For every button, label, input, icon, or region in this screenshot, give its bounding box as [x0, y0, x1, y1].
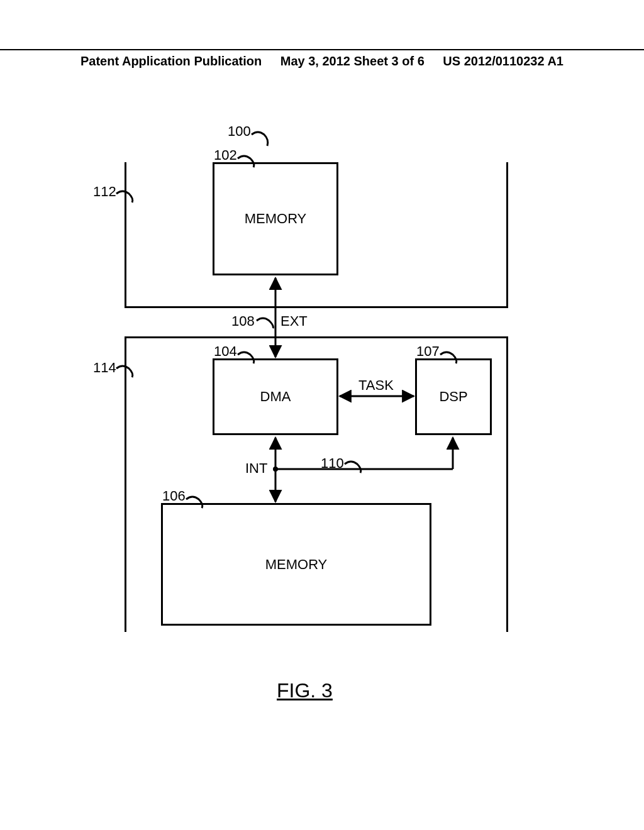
- block-memory-top: MEMORY: [213, 162, 338, 275]
- page-header: Patent Application Publication May 3, 20…: [0, 49, 644, 69]
- figure-caption: FIG. 3: [277, 679, 333, 702]
- ref-107: 107: [416, 343, 440, 360]
- edge-int: INT: [245, 460, 267, 477]
- ref-100: 100: [228, 123, 251, 140]
- ref-104: 104: [214, 343, 237, 360]
- block-memory-bot: MEMORY: [161, 503, 431, 626]
- header-right: US 2012/0110232 A1: [443, 54, 564, 69]
- ref-114: 114: [93, 360, 116, 376]
- ref-112: 112: [93, 184, 116, 200]
- ref-110: 110: [321, 455, 344, 472]
- block-dsp: DSP: [415, 358, 492, 435]
- header-center: May 3, 2012 Sheet 3 of 6: [280, 54, 425, 69]
- block-dma-label: DMA: [260, 389, 291, 405]
- diagram: MEMORY DMA DSP MEMORY: [0, 113, 644, 679]
- ref-108: 108: [231, 313, 255, 329]
- ref-106: 106: [162, 488, 186, 504]
- block-dma: DMA: [213, 358, 338, 435]
- header-left: Patent Application Publication: [80, 54, 262, 69]
- edge-ext: EXT: [280, 313, 308, 329]
- block-dsp-label: DSP: [439, 389, 467, 405]
- ref-102: 102: [214, 147, 237, 163]
- edge-task: TASK: [358, 377, 394, 394]
- block-memory-top-label: MEMORY: [245, 211, 307, 227]
- block-memory-bot-label: MEMORY: [265, 556, 328, 573]
